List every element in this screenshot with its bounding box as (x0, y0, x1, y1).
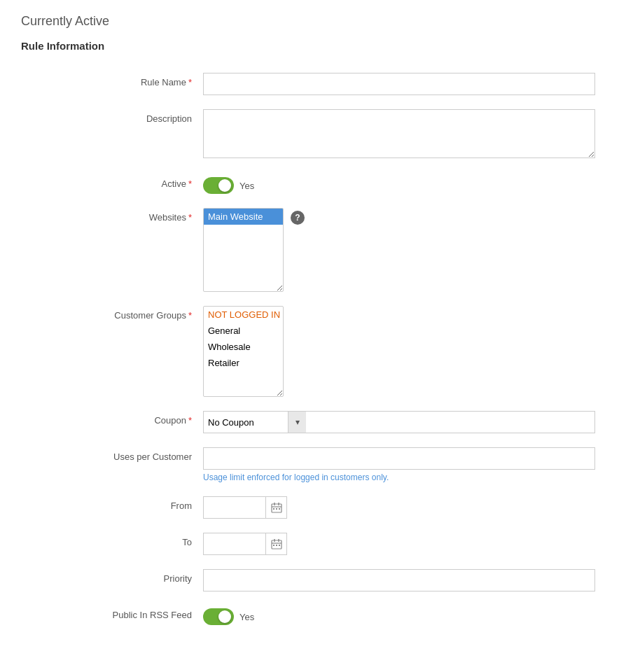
svg-rect-13 (279, 545, 280, 546)
websites-help-icon[interactable]: ? (291, 211, 305, 225)
active-toggle[interactable] (203, 177, 234, 194)
customer-groups-select[interactable]: NOT LOGGED IN General Wholesale Retailer (203, 306, 284, 397)
active-control: Yes (203, 174, 595, 194)
from-date-input[interactable] (204, 497, 265, 518)
to-date-wrap (203, 533, 287, 555)
description-input[interactable] (203, 109, 595, 158)
to-control (203, 533, 595, 555)
svg-rect-5 (276, 508, 277, 510)
active-label: Active* (21, 174, 203, 189)
rule-name-row: Rule Name* (21, 73, 605, 95)
priority-label: Priority (21, 569, 203, 584)
uses-per-customer-label: Uses per Customer (21, 447, 203, 462)
public-rss-label: Public In RSS Feed (21, 606, 203, 620)
rule-name-control (203, 73, 595, 95)
public-rss-toggle-label: Yes (239, 612, 254, 622)
rule-information-label: Rule Information (21, 40, 605, 52)
to-calendar-icon[interactable] (265, 533, 286, 554)
priority-control (203, 569, 595, 592)
from-control (203, 496, 595, 519)
active-toggle-label: Yes (239, 181, 254, 191)
uses-per-customer-input[interactable] (203, 447, 595, 470)
description-control (203, 109, 595, 160)
public-rss-row: Public In RSS Feed Yes (21, 606, 605, 625)
rule-name-label: Rule Name* (21, 73, 203, 88)
currently-active-label: Currently Active (21, 14, 605, 29)
websites-control: Main Website ? (203, 208, 595, 292)
active-row: Active* Yes (21, 174, 605, 194)
to-label: To (21, 533, 203, 547)
priority-input[interactable] (203, 569, 595, 592)
from-date-wrap (203, 496, 287, 519)
from-calendar-icon[interactable] (265, 497, 286, 518)
customer-groups-control: NOT LOGGED IN General Wholesale Retailer (203, 306, 595, 397)
uses-per-customer-control: Usage limit enforced for logged in custo… (203, 447, 595, 482)
coupon-dropdown-btn[interactable] (288, 412, 306, 433)
coupon-control: No Coupon Specific Coupon (203, 411, 595, 433)
from-row: From (21, 496, 605, 519)
coupon-select-wrapper: No Coupon Specific Coupon (203, 411, 595, 433)
public-rss-control: Yes (203, 606, 595, 625)
coupon-dropdown[interactable]: No Coupon Specific Coupon (204, 412, 288, 433)
usage-hint: Usage limit enforced for logged in custo… (203, 472, 595, 482)
to-date-input[interactable] (204, 533, 265, 554)
description-row: Description (21, 109, 605, 160)
rule-name-input[interactable] (203, 73, 595, 95)
public-rss-toggle[interactable] (203, 608, 234, 625)
svg-rect-4 (273, 508, 274, 510)
description-label: Description (21, 109, 203, 124)
svg-rect-12 (276, 545, 277, 546)
from-label: From (21, 496, 203, 511)
coupon-row: Coupon* No Coupon Specific Coupon (21, 411, 605, 433)
svg-rect-6 (279, 508, 280, 510)
coupon-label: Coupon* (21, 411, 203, 426)
svg-rect-11 (273, 545, 274, 546)
websites-select[interactable]: Main Website (203, 208, 284, 292)
priority-row: Priority (21, 569, 605, 592)
websites-row: Websites* Main Website ? (21, 208, 605, 292)
uses-per-customer-row: Uses per Customer Usage limit enforced f… (21, 447, 605, 482)
customer-groups-label: Customer Groups* (21, 306, 203, 321)
websites-label: Websites* (21, 208, 203, 223)
customer-groups-row: Customer Groups* NOT LOGGED IN General W… (21, 306, 605, 397)
to-row: To (21, 533, 605, 555)
